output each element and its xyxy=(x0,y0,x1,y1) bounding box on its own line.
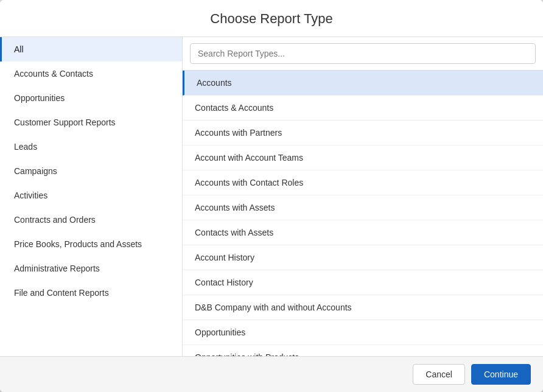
left-panel-item-accounts-contacts[interactable]: Accounts & Contacts xyxy=(0,61,182,86)
dialog-footer: Cancel Continue xyxy=(0,356,543,392)
report-item-accounts-partners[interactable]: Accounts with Partners xyxy=(183,121,543,145)
report-item-contacts-accounts[interactable]: Contacts & Accounts xyxy=(183,96,543,121)
choose-report-type-dialog: Choose Report Type AllAccounts & Contact… xyxy=(0,0,543,392)
continue-button[interactable]: Continue xyxy=(471,364,531,385)
dialog-title: Choose Report Type xyxy=(12,11,531,27)
left-panel-item-all[interactable]: All xyxy=(0,37,182,61)
right-panel: AccountsContacts & AccountsAccounts with… xyxy=(183,37,543,356)
dialog-header: Choose Report Type xyxy=(0,0,543,37)
left-panel-item-price-books[interactable]: Price Books, Products and Assets xyxy=(0,232,182,256)
report-item-dnb-company[interactable]: D&B Company with and without Accounts xyxy=(183,295,543,320)
report-item-opportunities[interactable]: Opportunities xyxy=(183,320,543,345)
left-panel-item-customer-support[interactable]: Customer Support Reports xyxy=(0,110,182,135)
left-panel-item-opportunities[interactable]: Opportunities xyxy=(0,86,182,110)
search-bar xyxy=(183,37,543,71)
report-item-opportunities-products[interactable]: Opportunities with Products xyxy=(183,345,543,356)
left-panel-item-activities[interactable]: Activities xyxy=(0,183,182,208)
report-item-account-teams[interactable]: Account with Account Teams xyxy=(183,145,543,170)
left-panel-item-file-content[interactable]: File and Content Reports xyxy=(0,281,182,305)
cancel-button[interactable]: Cancel xyxy=(413,364,465,385)
left-panel-item-campaigns[interactable]: Campaigns xyxy=(0,159,182,183)
left-panel-item-leads[interactable]: Leads xyxy=(0,135,182,159)
report-item-accounts[interactable]: Accounts xyxy=(183,71,543,96)
report-item-accounts-contact-roles[interactable]: Accounts with Contact Roles xyxy=(183,170,543,195)
left-panel-item-administrative[interactable]: Administrative Reports xyxy=(0,256,182,281)
report-item-contacts-assets[interactable]: Contacts with Assets xyxy=(183,220,543,245)
left-panel-item-contracts-orders[interactable]: Contracts and Orders xyxy=(0,208,182,232)
report-item-contact-history[interactable]: Contact History xyxy=(183,270,543,295)
search-input[interactable] xyxy=(190,43,536,64)
report-item-accounts-assets[interactable]: Accounts with Assets xyxy=(183,195,543,220)
dialog-body: AllAccounts & ContactsOpportunitiesCusto… xyxy=(0,37,543,356)
report-item-account-history[interactable]: Account History xyxy=(183,245,543,270)
report-list: AccountsContacts & AccountsAccounts with… xyxy=(183,71,543,356)
left-panel: AllAccounts & ContactsOpportunitiesCusto… xyxy=(0,37,183,356)
